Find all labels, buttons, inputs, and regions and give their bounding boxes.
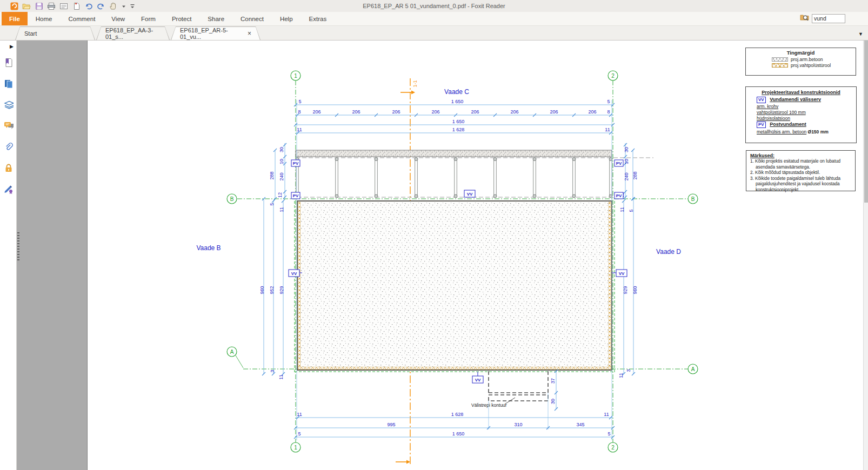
svg-text:11: 11	[279, 207, 284, 212]
svg-text:3: 3	[626, 369, 631, 372]
svg-text:30: 30	[550, 399, 556, 404]
legend-notes-box: Märkused: 1. Kõiki projektis esitatud ma…	[746, 150, 856, 191]
legend-structures-box: Projekteeritavad konstruktsioonid VV Vun…	[745, 86, 857, 143]
bookmarks-icon[interactable]	[4, 58, 14, 68]
svg-text:288: 288	[269, 171, 275, 179]
dimensions-left: 30 10 288 240 12 5 11 960 952 929 3 11	[259, 147, 284, 380]
svg-text:11: 11	[605, 127, 610, 132]
ribbon-tab-home[interactable]: Home	[28, 12, 61, 25]
svg-text:206: 206	[471, 109, 479, 115]
note-item: 2. Kõik mõõdud täpsustada objektil.	[750, 170, 851, 176]
svg-text:206: 206	[588, 109, 596, 115]
ribbon-tab-comment[interactable]: Comment	[61, 12, 104, 25]
svg-text:A: A	[230, 349, 234, 355]
svg-text:11: 11	[278, 374, 284, 379]
vv-spec-line: arm. krohv	[757, 104, 852, 109]
svg-text:11: 11	[297, 127, 302, 132]
dimensions-bottom: 11 1 628 11 995 310 345 5 1 650 5	[297, 412, 610, 437]
svg-text:VV: VV	[467, 192, 473, 197]
customize-toolbar-icon[interactable]	[130, 2, 135, 10]
email-icon[interactable]	[59, 2, 68, 10]
navigation-panel	[17, 41, 88, 470]
svg-text:1 650: 1 650	[452, 431, 465, 437]
ribbon-tab-form[interactable]: Form	[133, 12, 164, 25]
new-from-clipboard-icon[interactable]: *	[72, 2, 81, 10]
layers-icon[interactable]	[4, 100, 14, 110]
open-file-icon[interactable]	[22, 2, 31, 10]
svg-text:206: 206	[352, 109, 360, 115]
svg-text:30: 30	[624, 147, 629, 152]
undo-icon[interactable]	[84, 2, 93, 10]
svg-text:5: 5	[629, 209, 634, 212]
pv-chip: PV	[757, 122, 766, 128]
panel-resize-handle[interactable]	[17, 232, 19, 260]
scrollbar-thumb[interactable]	[864, 41, 868, 203]
svg-text:*: *	[75, 2, 77, 7]
app-logo-icon[interactable]	[10, 2, 18, 10]
svg-text:240: 240	[624, 172, 629, 180]
svg-text:310: 310	[514, 422, 522, 427]
svg-text:929: 929	[279, 286, 284, 294]
step-label-group: Välistrepi kontuur	[471, 398, 515, 408]
svg-text:VV: VV	[291, 271, 297, 276]
xhatch-swatch	[772, 63, 788, 68]
svg-text:PV: PV	[293, 193, 299, 198]
ribbon-tab-protect[interactable]: Protect	[164, 12, 199, 25]
save-icon[interactable]	[35, 2, 43, 10]
legend-item-label: proj.arm.betoon	[791, 57, 823, 62]
tab-close-icon[interactable]: ×	[248, 30, 251, 37]
search-icon[interactable]	[800, 13, 810, 24]
expand-panel-icon[interactable]: ▶	[10, 44, 14, 49]
redo-icon[interactable]	[97, 2, 105, 10]
ribbon-tab-help[interactable]: Help	[272, 12, 301, 25]
ribbon-tab-extras[interactable]: Extras	[301, 12, 335, 25]
svg-text:206: 206	[312, 109, 321, 115]
signature-icon[interactable]	[4, 184, 14, 194]
ribbon-tab-file[interactable]: File	[2, 12, 28, 25]
svg-text:5: 5	[269, 203, 275, 205]
document-tab-bar: Start EP618_EP_AA-3-01_s... EP618_EP_AR-…	[0, 26, 868, 41]
toolbar-collapse-icon[interactable]: ▼	[858, 31, 863, 37]
svg-text:11: 11	[604, 412, 609, 417]
quick-access-toolbar: *	[0, 2, 135, 10]
legend-symbols-title: Tingmärgid	[749, 50, 852, 56]
dimensions-top: 5 1 650 5 8 206 206 206 206 206 206 206 …	[297, 99, 610, 132]
vv-spec-line: hüdroisolatsioon	[757, 116, 852, 121]
view-label-left: Vaade B	[196, 244, 221, 252]
svg-text:8: 8	[298, 109, 301, 115]
svg-text:10: 10	[624, 159, 629, 164]
note-item: 1. Kõiki projektis esitatud materjale on…	[750, 159, 851, 170]
ribbon-tab-view[interactable]: View	[103, 12, 133, 25]
attachments-icon[interactable]	[4, 142, 14, 152]
doc-tab-file1[interactable]: EP618_EP_AA-3-01_s...	[96, 26, 170, 40]
vv-spec-line: vahtpolüstürool 100 mm	[757, 110, 852, 115]
svg-text:345: 345	[576, 422, 584, 427]
pages-icon[interactable]	[4, 79, 14, 89]
svg-text:37: 37	[550, 378, 556, 384]
svg-text:995: 995	[387, 422, 395, 427]
pv-name: Postvundament	[770, 122, 806, 127]
svg-text:206: 206	[392, 109, 400, 115]
svg-text:240: 240	[279, 172, 284, 180]
step-label: Välistrepi kontuur	[471, 402, 507, 408]
comments-icon[interactable]	[4, 121, 14, 131]
vv-name: Vundamendi välisserv	[770, 97, 821, 102]
svg-text:952: 952	[269, 286, 275, 294]
navigation-icon-strip: ▶	[0, 41, 17, 470]
svg-text:B: B	[230, 196, 234, 202]
search-input[interactable]	[812, 14, 845, 23]
ribbon-tab-connect[interactable]: Connect	[232, 12, 272, 25]
doc-tab-start[interactable]: Start	[15, 26, 95, 40]
print-icon[interactable]	[47, 2, 56, 10]
svg-text:1: 1	[294, 73, 297, 79]
vertical-scrollbar[interactable]	[863, 41, 868, 470]
svg-text:11: 11	[619, 207, 625, 212]
security-lock-icon[interactable]	[4, 163, 14, 173]
foundation-slab	[295, 201, 615, 373]
hand-tool-dropdown-icon[interactable]	[122, 2, 126, 10]
pdf-page[interactable]: 1-1	[88, 41, 863, 470]
legend-structures-title: Projekteeritavad konstruktsioonid	[750, 90, 852, 95]
hand-tool-icon[interactable]	[109, 2, 118, 10]
doc-tab-file2-active[interactable]: EP618_EP_AR-5-01_vu... ×	[171, 26, 261, 40]
ribbon-tab-share[interactable]: Share	[199, 12, 232, 25]
